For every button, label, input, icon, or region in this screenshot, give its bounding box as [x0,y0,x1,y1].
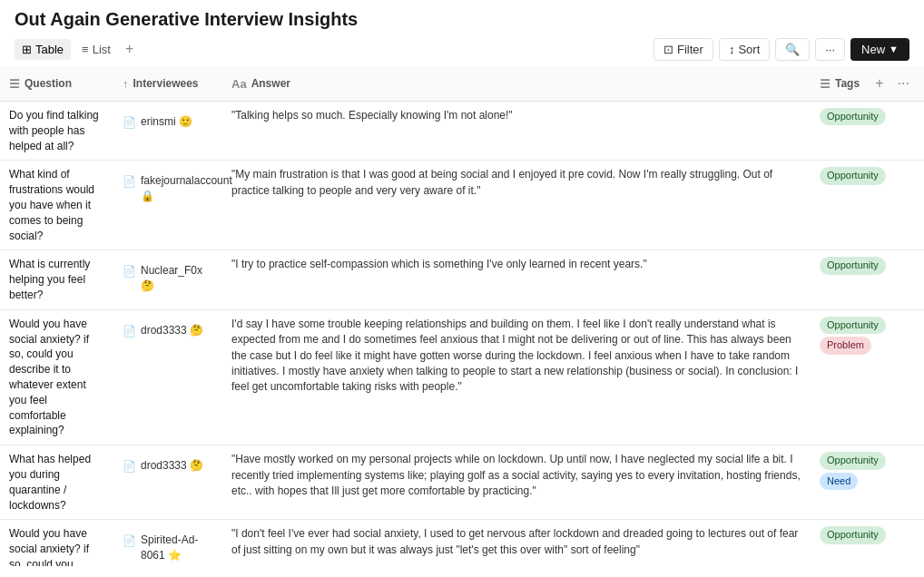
question-header-icon: ☰ [9,77,20,91]
add-view-button[interactable]: + [122,37,137,61]
tag-badge[interactable]: Opportunity [820,108,886,125]
doc-icon: 📄 [123,324,136,339]
tags-header: ☰ Tags + ··· [811,66,924,102]
app-title: Out Again Generative Interview Insights [15,9,909,30]
interviewees-header-icon: ↑ [123,77,129,91]
header: Out Again Generative Interview Insights … [0,0,924,61]
tags-cell: Opportunity [811,520,924,550]
answer-cell: "Have mostly worked on my personal proje… [222,445,811,520]
table-row[interactable]: Would you have social anxiety? if so, co… [0,520,924,566]
question-cell: Would you have social anxiety? if so, co… [0,309,113,445]
toolbar: ⊞ Table ≡ List + ⊡ Filter ↕ Sort 🔍 ··· [15,37,909,61]
table-row[interactable]: Do you find talking with people has help… [0,102,924,161]
interviewer-name: Spirited-Ad-8061 ⭐ [141,533,213,563]
filter-button[interactable]: ⊡ Filter [654,38,713,61]
toolbar-right: ⊡ Filter ↕ Sort 🔍 ··· New ▼ [654,38,909,61]
tag-badge[interactable]: Opportunity [820,317,886,334]
interviewees-header: ↑ Interviewees [113,66,222,102]
new-button[interactable]: New ▼ [850,38,909,61]
interviewer-cell: 📄erinsmi 🙂 [113,102,222,161]
tag-badge[interactable]: Opportunity [820,257,886,274]
filter-icon: ⊡ [664,43,673,56]
interviewer-name: drod3333 🤔 [141,323,203,338]
dropdown-arrow-icon: ▼ [889,44,899,54]
doc-icon: 📄 [123,264,136,279]
doc-icon: 📄 [123,174,136,190]
answer-header-icon: Aa [231,77,247,91]
list-tab[interactable]: ≡ List [74,39,118,60]
tags-cell: Opportunity [811,250,924,280]
table-row[interactable]: What has helped you during quarantine / … [0,445,924,520]
tag-badge[interactable]: Problem [820,337,871,354]
toolbar-left: ⊞ Table ≡ List + [15,37,137,61]
question-cell: Would you have social anxiety? if so, co… [0,520,113,566]
answer-cell: "I try to practice self-compassion which… [222,250,811,309]
table-row[interactable]: What is currently helping you feel bette… [0,250,924,309]
table-container: ☰ Question ↑ Interviewees Aa Answer [0,66,924,566]
answer-cell: "My main frustration is that I was good … [222,161,811,250]
tags-header-icon: ☰ [820,77,831,91]
tag-badge[interactable]: Opportunity [820,452,886,469]
tags-more-button[interactable]: ··· [892,73,915,93]
answer-cell: "I don't feel I've ever had social anxie… [222,520,811,566]
interviewer-cell: 📄Nuclear_F0x 🤔 [113,250,222,309]
add-tag-button[interactable]: + [870,73,889,93]
table-tab[interactable]: ⊞ Table [15,39,71,60]
more-options-button[interactable]: ··· [815,38,845,61]
question-header: ☰ Question [0,66,113,102]
interviewer-cell: 📄fakejournalaccount 🔒 [113,161,222,250]
search-icon: 🔍 [785,43,800,56]
sort-icon: ↕ [729,43,735,56]
list-icon: ≡ [82,43,89,56]
tags-cell: OpportunityNeed [811,445,924,496]
table-icon: ⊞ [22,43,32,56]
table-body: Do you find talking with people has help… [0,102,924,567]
search-button[interactable]: 🔍 [775,38,810,61]
tag-badge[interactable]: Need [820,473,858,490]
answer-cell: "Talking helps so much. Especially knowi… [222,102,811,161]
question-cell: What has helped you during quarantine / … [0,445,113,520]
tag-badge[interactable]: Opportunity [820,167,886,184]
interviewer-name: erinsmi 🙂 [141,114,192,130]
question-cell: Do you find talking with people has help… [0,102,113,161]
table-row[interactable]: What kind of frustrations would you have… [0,161,924,250]
table-row[interactable]: Would you have social anxiety? if so, co… [0,309,924,445]
main-table: ☰ Question ↑ Interviewees Aa Answer [0,66,924,566]
interviewer-cell: 📄Spirited-Ad-8061 ⭐ [113,520,222,566]
doc-icon: 📄 [123,459,136,474]
interviewer-name: drod3333 🤔 [141,458,203,474]
ellipsis-icon: ··· [825,43,835,56]
tag-badge[interactable]: Opportunity [820,526,886,543]
table-header: ☰ Question ↑ Interviewees Aa Answer [0,66,924,102]
question-cell: What is currently helping you feel bette… [0,250,113,309]
interviewer-cell: 📄drod3333 🤔 [113,309,222,445]
tags-cell: Opportunity [811,161,924,191]
answer-header: Aa Answer [222,66,811,102]
tags-cell: Opportunity [811,102,924,132]
interviewer-cell: 📄drod3333 🤔 [113,445,222,520]
question-cell: What kind of frustrations would you have… [0,161,113,250]
doc-icon: 📄 [123,115,136,131]
interviewer-name: Nuclear_F0x 🤔 [141,263,213,294]
sort-button[interactable]: ↕ Sort [719,38,770,61]
interviewer-name: fakejournalaccount 🔒 [141,173,232,204]
answer-cell: I'd say I have some trouble keeping rela… [222,309,811,445]
tags-cell: OpportunityProblem [811,310,924,361]
doc-icon: 📄 [123,533,136,549]
